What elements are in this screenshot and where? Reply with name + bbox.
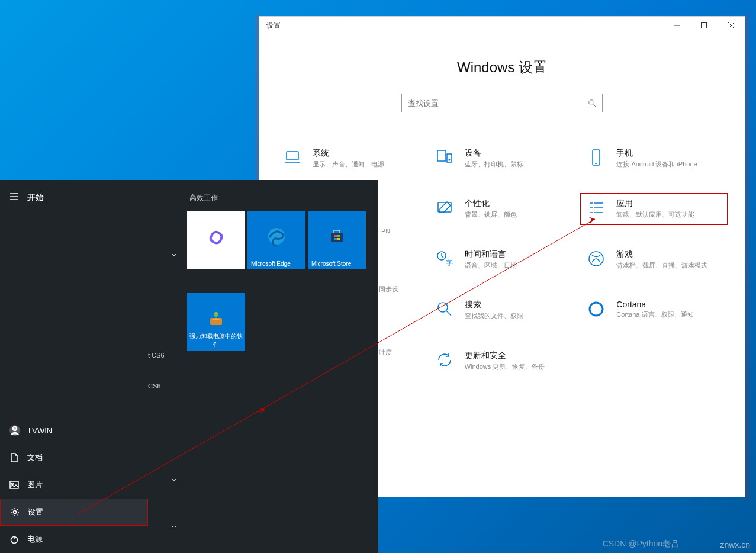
item-desc: 显示、声音、通知、电源: [313, 160, 417, 169]
svg-point-4: [589, 100, 594, 105]
svg-rect-39: [334, 238, 337, 240]
chevron-down-icon[interactable]: [170, 251, 178, 258]
settings-item-cortana[interactable]: CortanaCortana 语言、权限、通知: [587, 300, 721, 320]
documents-label: 文档: [27, 452, 43, 463]
power-label: 电源: [27, 534, 43, 545]
svg-rect-30: [10, 481, 18, 488]
maximize-button[interactable]: [690, 17, 718, 34]
svg-line-5: [594, 105, 596, 107]
settings-item-apps[interactable]: 应用卸载、默认应用、可选功能: [580, 193, 728, 224]
item-desc: 卸载、默认应用、可选功能: [616, 210, 721, 219]
item-title: 设备: [465, 148, 570, 159]
avatar-icon: [9, 425, 20, 436]
search-input[interactable]: [408, 99, 588, 108]
watermark-csdn: CSDN @Python老吕: [603, 539, 679, 549]
partial-contrast-text: 吐度: [379, 348, 392, 357]
pictures-label: 图片: [27, 480, 43, 490]
item-desc: 蓝牙、打印机、鼠标: [465, 160, 570, 169]
store-icon: [326, 226, 348, 247]
chevron-down-icon[interactable]: [170, 523, 178, 531]
item-title: 搜索: [465, 300, 570, 310]
start-pictures-row[interactable]: 图片: [0, 471, 148, 499]
settings-item-update[interactable]: 更新和安全Windows 更新、恢复、备份: [435, 351, 570, 371]
tiles-row: 强力卸载电脑中的软件: [187, 293, 378, 351]
item-title: 更新和安全: [465, 351, 570, 361]
personalization-icon: [435, 198, 454, 217]
search-icon: [435, 300, 454, 319]
tile-label: Microsoft Edge: [251, 261, 302, 267]
settings-item-personalization[interactable]: 个性化背景、锁屏、颜色: [435, 198, 570, 219]
item-title: 应用: [616, 198, 721, 209]
settings-item-phone[interactable]: 手机连接 Android 设备和 iPhone: [587, 148, 721, 169]
svg-rect-38: [337, 235, 340, 237]
uninstall-icon: [205, 307, 227, 329]
item-desc: 语音、区域、日期: [465, 261, 570, 270]
window-controls: [663, 17, 745, 34]
item-title: 手机: [616, 148, 721, 159]
update-icon: [435, 351, 454, 369]
apps-icon: [587, 198, 606, 217]
item-desc: 游戏栏、截屏、直播、游戏模式: [616, 261, 721, 270]
start-bottom-list: LVWIN 文档 图片 设置 电源: [0, 417, 148, 553]
copilot-icon: [205, 226, 227, 247]
start-title: 开始: [27, 192, 44, 203]
tile-store[interactable]: Microsoft Store: [308, 211, 366, 269]
tiles-area: 高效工作 Microsoft Edge Microsoft Store 强力卸载…: [187, 180, 378, 553]
start-user-row[interactable]: LVWIN: [0, 417, 148, 444]
item-desc: 查找我的文件、权限: [465, 311, 570, 320]
tile-label: 强力卸载电脑中的软件: [189, 332, 243, 349]
tile-label: Microsoft Store: [311, 261, 362, 267]
tile-edge[interactable]: Microsoft Edge: [247, 211, 305, 269]
item-title: Cortana: [616, 300, 721, 309]
laptop-icon: [283, 148, 302, 167]
devices-icon: [435, 148, 454, 167]
svg-rect-40: [337, 238, 340, 240]
svg-rect-37: [334, 235, 337, 237]
tile-copilot[interactable]: [187, 211, 245, 269]
svg-rect-6: [287, 152, 298, 160]
settings-titlebar: 设置: [259, 17, 745, 34]
item-title: 系统: [313, 148, 417, 159]
svg-point-10: [449, 159, 450, 160]
svg-rect-11: [593, 150, 600, 165]
search-wrap: [259, 94, 745, 112]
window-title: 设置: [266, 21, 281, 31]
time-language-icon: 字: [435, 249, 454, 268]
tile-uninstall[interactable]: 强力卸载电脑中的软件: [187, 293, 245, 351]
start-documents-row[interactable]: 文档: [0, 444, 148, 471]
settings-item-gaming[interactable]: 游戏游戏栏、截屏、直播、游戏模式: [587, 249, 721, 270]
settings-item-system[interactable]: 系统显示、声音、通知、电源: [283, 148, 417, 169]
svg-rect-9: [447, 154, 452, 162]
start-power-row[interactable]: 电源: [0, 526, 148, 553]
cortana-icon: [587, 300, 606, 319]
svg-line-24: [446, 311, 451, 316]
item-desc: 连接 Android 设备和 iPhone: [616, 160, 721, 169]
svg-point-29: [13, 427, 17, 430]
settings-label: 设置: [28, 507, 43, 517]
item-desc: 背景、锁屏、颜色: [465, 210, 570, 219]
settings-heading: Windows 设置: [259, 58, 745, 77]
minimize-button[interactable]: [663, 17, 690, 34]
svg-rect-8: [437, 150, 446, 161]
start-menu: 开始 LVWIN 文档 图片 设置 电源: [0, 180, 378, 553]
start-left-panel: 开始 LVWIN 文档 图片 设置 电源: [0, 180, 148, 553]
svg-point-25: [590, 303, 603, 316]
settings-item-devices[interactable]: 设备蓝牙、打印机、鼠标: [435, 148, 570, 169]
svg-rect-1: [702, 23, 707, 28]
user-name: LVWIN: [28, 426, 52, 435]
gear-icon: [10, 507, 20, 517]
document-icon: [9, 453, 19, 462]
chevron-down-icon[interactable]: [170, 476, 178, 483]
svg-text:字: 字: [446, 259, 453, 267]
tiles-section-title: 高效工作: [187, 193, 378, 203]
settings-item-search[interactable]: 搜索查找我的文件、权限: [435, 300, 570, 320]
item-title: 个性化: [465, 198, 570, 209]
search-box[interactable]: [401, 94, 603, 112]
hamburger-icon[interactable]: [9, 192, 19, 204]
settings-item-time-language[interactable]: 字 时间和语言语音、区域、日期: [435, 249, 570, 270]
start-settings-row[interactable]: 设置: [0, 499, 148, 526]
close-button[interactable]: [718, 17, 745, 34]
item-desc: Cortana 语言、权限、通知: [616, 310, 721, 319]
partial-sync-text: 同步设: [379, 285, 398, 294]
search-icon: [588, 99, 596, 107]
